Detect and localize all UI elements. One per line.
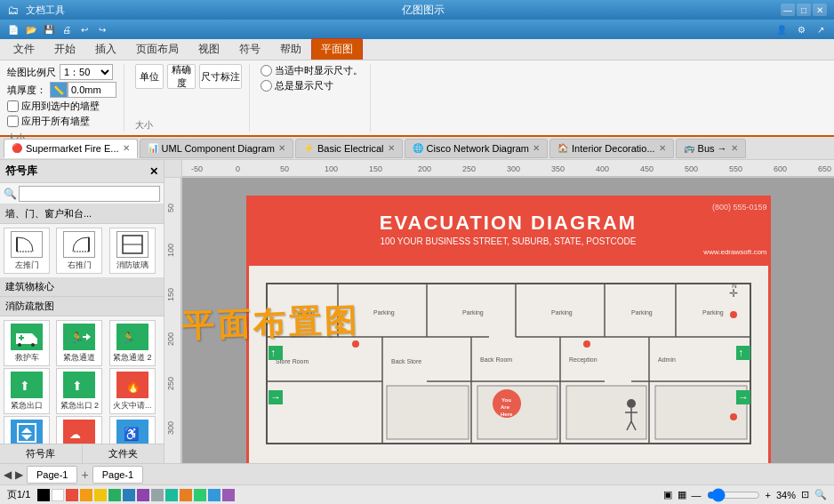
tab-start[interactable]: 开始	[44, 38, 85, 60]
symbol-emergency-exit2[interactable]: 🏃 紧急通道 2	[109, 320, 156, 366]
thickness-input[interactable]	[68, 82, 116, 98]
evac-main-title: EVACUATION DIAGRAM	[250, 212, 767, 235]
color-teal[interactable]	[165, 489, 178, 501]
share-button[interactable]: ↗	[813, 21, 829, 37]
doc-tab-3[interactable]: 🌐 Cisco Network Diagram ✕	[405, 139, 549, 158]
symbol-emergency-exit1[interactable]: 🏃 紧急通道	[56, 320, 102, 366]
color-black[interactable]	[37, 489, 50, 501]
svg-text:↑: ↑	[270, 347, 276, 359]
color-orange[interactable]	[80, 489, 92, 501]
symbol-search-input[interactable]	[19, 186, 160, 202]
color-yellow[interactable]	[94, 489, 107, 501]
scale-dropdown[interactable]: 1：50 1：100 1：200	[60, 64, 113, 80]
category-fire-evac[interactable]: 消防疏散图	[0, 297, 164, 316]
doc-tab-0-close[interactable]: ✕	[123, 143, 130, 153]
undo-button[interactable]: ↩	[76, 21, 92, 37]
view-grid-icon[interactable]: ▦	[678, 489, 686, 500]
svg-text:↑: ↑	[738, 347, 743, 359]
page-tab-1-dup[interactable]: Page-1	[92, 466, 143, 484]
tab-view[interactable]: 视图	[188, 38, 229, 60]
color-lightblue[interactable]	[208, 489, 221, 501]
new-button[interactable]: 📄	[5, 21, 21, 37]
page-add-button[interactable]: +	[81, 468, 88, 482]
color-lightgreen[interactable]	[194, 489, 206, 501]
canvas-content[interactable]: 平面布置图 (800) 555-0159 EVACUATION DIAGRAM …	[182, 178, 834, 463]
symbol-fire-ext[interactable]: 🔥 火灾中请...	[109, 368, 156, 414]
redo-button[interactable]: ↪	[94, 21, 110, 37]
doc-tab-1[interactable]: 📊 UML Component Diagram ✕	[140, 139, 293, 158]
zoom-out-icon[interactable]: —	[692, 490, 702, 500]
color-gray[interactable]	[151, 489, 164, 501]
symbol-panel-header: 符号库 ✕	[0, 160, 164, 183]
status-search-icon[interactable]: 🔍	[814, 489, 827, 500]
zoom-slider[interactable]	[707, 488, 760, 502]
minimize-button[interactable]: —	[781, 4, 795, 16]
doc-tab-2-close[interactable]: ✕	[388, 143, 395, 153]
apply-all-checkbox[interactable]	[7, 116, 19, 127]
symbol-disabled[interactable]: ♿ 残障人士	[109, 416, 156, 444]
maximize-button[interactable]: □	[797, 4, 811, 16]
tab-page-layout[interactable]: 页面布局	[126, 38, 188, 60]
save-button[interactable]: 💾	[41, 21, 57, 37]
color-white[interactable]	[52, 489, 64, 501]
footer-files-tab[interactable]: 文件夹	[83, 444, 164, 464]
tab-help[interactable]: 帮助	[270, 38, 311, 60]
doc-tab-4[interactable]: 🏠 Interior Decoratio... ✕	[549, 139, 674, 158]
color-purple[interactable]	[137, 489, 149, 501]
display-radio1[interactable]	[261, 65, 272, 76]
page-nav-next[interactable]: ▶	[15, 468, 23, 481]
tab-symbol[interactable]: 符号	[229, 38, 270, 60]
svg-text:Back Store: Back Store	[391, 358, 421, 364]
scale-btn[interactable]: 尺寸标注	[199, 64, 242, 89]
page-nav-prev[interactable]: ◀	[4, 468, 12, 481]
doc-tab-0[interactable]: 🔴 Supermarket Fire E... ✕	[4, 139, 138, 158]
fire-exit1-icon: ⬆	[11, 372, 43, 398]
emergency-exit2-label: 紧急通道 2	[113, 352, 152, 364]
unit-button[interactable]: 单位	[135, 64, 164, 89]
tab-file[interactable]: 文件	[4, 38, 44, 60]
tab-floor-plan[interactable]: 平面图	[311, 38, 363, 60]
color-red[interactable]	[66, 489, 78, 501]
symbol-elevator[interactable]: 使用电梯	[4, 416, 50, 444]
page-tab-1[interactable]: Page-1	[27, 466, 77, 484]
symbol-right-door[interactable]: 右推门	[56, 228, 102, 274]
color-lightpurple[interactable]	[222, 489, 235, 501]
color-darkorange[interactable]	[180, 489, 192, 501]
account-button[interactable]: 👤	[774, 21, 790, 37]
display-radio2[interactable]	[261, 80, 272, 92]
doc-tab-3-close[interactable]: ✕	[533, 143, 540, 153]
doc-tab-5[interactable]: 🚌 Bus → ✕	[676, 139, 746, 158]
settings-button[interactable]: ⚙	[793, 21, 809, 37]
fire-ext-icon: 🔥	[116, 372, 148, 398]
symbol-fire-exit2[interactable]: ⬆ 紧急出口 2	[56, 368, 102, 414]
symbol-left-door[interactable]: 左推门	[4, 228, 50, 274]
symbol-fire-exit1[interactable]: ⬆ 紧急出口	[4, 368, 50, 414]
tab-insert[interactable]: 插入	[85, 38, 126, 60]
close-button[interactable]: ✕	[813, 4, 827, 16]
svg-rect-9	[19, 337, 24, 339]
open-button[interactable]: 📂	[23, 21, 39, 37]
symbol-panel-close-icon[interactable]: ✕	[149, 165, 158, 178]
ribbon-group-display: 当适中时显示尺寸。 总是显示尺寸 显示/隐藏	[257, 64, 371, 132]
color-blue[interactable]	[123, 489, 135, 501]
footer-symbol-lib-tab[interactable]: 符号库	[0, 444, 83, 464]
apply-selected-checkbox[interactable]	[7, 100, 19, 112]
category-building-core[interactable]: 建筑物核心	[0, 277, 164, 297]
doc-tab-5-close[interactable]: ✕	[731, 143, 738, 153]
view-fit-icon[interactable]: ▣	[663, 489, 672, 500]
symbol-ambulance[interactable]: 救护车	[4, 320, 50, 366]
status-fit-icon[interactable]: ⊡	[801, 489, 809, 500]
symbol-panel: 符号库 ✕ 🔍 墙、门、窗户和台... 左推门	[0, 160, 164, 463]
category-wall-doors[interactable]: 墙、门、窗户和台...	[0, 204, 164, 224]
print-button[interactable]: 🖨	[59, 21, 75, 37]
color-green[interactable]	[108, 489, 121, 501]
zoom-in-icon[interactable]: +	[766, 490, 771, 500]
doc-tab-2[interactable]: ⚡ Basic Electrical ✕	[295, 139, 403, 158]
symbol-ladder[interactable]: ☁ 消防云梯	[56, 416, 102, 444]
symbol-fire-glass[interactable]: 消防玻璃	[109, 228, 156, 274]
svg-marker-25	[21, 435, 32, 440]
doc-tab-1-close[interactable]: ✕	[278, 143, 285, 153]
doc-tab-4-close[interactable]: ✕	[659, 143, 666, 153]
evac-subtitle: 100 YOUR BUSINESS STREET, SUBURB, STATE,…	[250, 236, 767, 246]
precision-button[interactable]: 精确度	[167, 64, 196, 89]
